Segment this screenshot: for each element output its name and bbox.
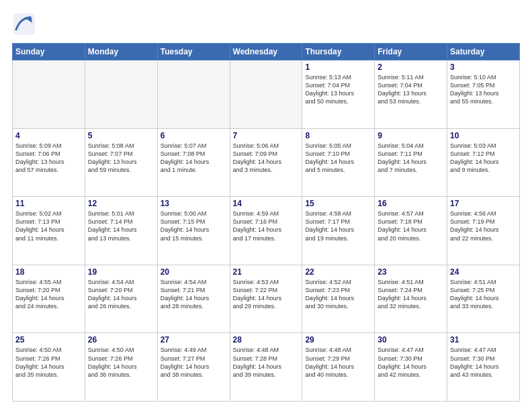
calendar-cell: 8Sunrise: 5:05 AM Sunset: 7:10 PM Daylig… <box>302 128 375 197</box>
day-info: Sunrise: 5:09 AM Sunset: 7:06 PM Dayligh… <box>15 142 82 175</box>
logo <box>12 12 39 36</box>
day-info: Sunrise: 5:04 AM Sunset: 7:11 PM Dayligh… <box>378 142 444 175</box>
calendar-cell: 7Sunrise: 5:06 AM Sunset: 7:09 PM Daylig… <box>230 128 302 197</box>
day-info: Sunrise: 5:00 AM Sunset: 7:15 PM Dayligh… <box>161 210 227 242</box>
day-number: 4 <box>15 131 82 140</box>
day-number: 5 <box>88 131 154 140</box>
day-info: Sunrise: 5:08 AM Sunset: 7:07 PM Dayligh… <box>88 142 154 175</box>
calendar-week-row: 11Sunrise: 5:02 AM Sunset: 7:13 PM Dayli… <box>13 197 520 265</box>
calendar-cell: 26Sunrise: 4:50 AM Sunset: 7:26 PM Dayli… <box>85 333 157 402</box>
calendar-cell: 18Sunrise: 4:55 AM Sunset: 7:20 PM Dayli… <box>13 265 85 333</box>
weekday-header-sunday: Sunday <box>13 44 85 60</box>
day-info: Sunrise: 5:11 AM Sunset: 7:04 PM Dayligh… <box>378 73 444 106</box>
day-number: 22 <box>305 267 371 277</box>
day-number: 24 <box>450 267 517 277</box>
calendar-header-row: SundayMondayTuesdayWednesdayThursdayFrid… <box>13 44 520 60</box>
day-info: Sunrise: 4:56 AM Sunset: 7:19 PM Dayligh… <box>450 210 517 242</box>
day-number: 9 <box>378 131 444 140</box>
day-info: Sunrise: 4:51 AM Sunset: 7:25 PM Dayligh… <box>450 278 517 311</box>
day-number: 2 <box>378 62 444 72</box>
calendar-cell: 6Sunrise: 5:07 AM Sunset: 7:08 PM Daylig… <box>157 128 230 197</box>
day-number: 3 <box>450 62 517 72</box>
day-info: Sunrise: 5:01 AM Sunset: 7:14 PM Dayligh… <box>88 210 154 242</box>
calendar-cell: 23Sunrise: 4:51 AM Sunset: 7:24 PM Dayli… <box>375 265 447 333</box>
calendar-cell <box>85 60 157 129</box>
day-number: 13 <box>161 199 227 208</box>
calendar-cell: 2Sunrise: 5:11 AM Sunset: 7:04 PM Daylig… <box>375 60 447 129</box>
day-info: Sunrise: 4:47 AM Sunset: 7:30 PM Dayligh… <box>378 346 444 379</box>
calendar-cell <box>157 60 230 129</box>
calendar-cell: 10Sunrise: 5:03 AM Sunset: 7:12 PM Dayli… <box>447 128 520 197</box>
calendar-cell: 28Sunrise: 4:48 AM Sunset: 7:28 PM Dayli… <box>230 333 302 402</box>
weekday-header-wednesday: Wednesday <box>230 44 302 60</box>
calendar-week-row: 1Sunrise: 5:13 AM Sunset: 7:04 PM Daylig… <box>13 60 520 129</box>
day-info: Sunrise: 5:06 AM Sunset: 7:09 PM Dayligh… <box>233 142 300 175</box>
day-number: 15 <box>305 199 371 208</box>
day-info: Sunrise: 4:50 AM Sunset: 7:26 PM Dayligh… <box>88 346 154 379</box>
calendar-cell: 31Sunrise: 4:47 AM Sunset: 7:30 PM Dayli… <box>447 333 520 402</box>
calendar-cell: 3Sunrise: 5:10 AM Sunset: 7:05 PM Daylig… <box>447 60 520 129</box>
day-number: 27 <box>161 335 227 345</box>
day-number: 8 <box>305 131 371 140</box>
calendar-cell: 30Sunrise: 4:47 AM Sunset: 7:30 PM Dayli… <box>375 333 447 402</box>
page: SundayMondayTuesdayWednesdayThursdayFrid… <box>0 0 532 411</box>
day-number: 14 <box>233 199 300 208</box>
day-info: Sunrise: 5:07 AM Sunset: 7:08 PM Dayligh… <box>161 142 227 175</box>
day-number: 18 <box>15 267 82 277</box>
weekday-header-tuesday: Tuesday <box>157 44 230 60</box>
day-info: Sunrise: 4:59 AM Sunset: 7:16 PM Dayligh… <box>233 210 300 242</box>
day-info: Sunrise: 4:57 AM Sunset: 7:18 PM Dayligh… <box>378 210 444 242</box>
day-info: Sunrise: 4:53 AM Sunset: 7:22 PM Dayligh… <box>233 278 300 311</box>
day-number: 26 <box>88 335 154 345</box>
calendar-cell <box>13 60 85 129</box>
day-number: 28 <box>233 335 300 345</box>
day-info: Sunrise: 4:52 AM Sunset: 7:23 PM Dayligh… <box>305 278 371 311</box>
svg-rect-0 <box>13 13 35 35</box>
calendar-cell: 19Sunrise: 4:54 AM Sunset: 7:20 PM Dayli… <box>85 265 157 333</box>
calendar-cell: 1Sunrise: 5:13 AM Sunset: 7:04 PM Daylig… <box>302 60 375 129</box>
calendar-cell: 9Sunrise: 5:04 AM Sunset: 7:11 PM Daylig… <box>375 128 447 197</box>
calendar-cell: 11Sunrise: 5:02 AM Sunset: 7:13 PM Dayli… <box>13 197 85 265</box>
day-info: Sunrise: 4:54 AM Sunset: 7:20 PM Dayligh… <box>88 278 154 311</box>
logo-icon <box>12 12 36 36</box>
header <box>12 12 520 36</box>
day-number: 20 <box>161 267 227 277</box>
day-info: Sunrise: 4:54 AM Sunset: 7:21 PM Dayligh… <box>161 278 227 311</box>
day-info: Sunrise: 5:05 AM Sunset: 7:10 PM Dayligh… <box>305 142 371 175</box>
calendar-cell: 16Sunrise: 4:57 AM Sunset: 7:18 PM Dayli… <box>375 197 447 265</box>
calendar-week-row: 18Sunrise: 4:55 AM Sunset: 7:20 PM Dayli… <box>13 265 520 333</box>
day-info: Sunrise: 5:03 AM Sunset: 7:12 PM Dayligh… <box>450 142 517 175</box>
day-number: 30 <box>378 335 444 345</box>
calendar-cell: 4Sunrise: 5:09 AM Sunset: 7:06 PM Daylig… <box>13 128 85 197</box>
calendar-cell: 22Sunrise: 4:52 AM Sunset: 7:23 PM Dayli… <box>302 265 375 333</box>
day-number: 12 <box>88 199 154 208</box>
day-number: 1 <box>305 62 371 72</box>
calendar-cell: 20Sunrise: 4:54 AM Sunset: 7:21 PM Dayli… <box>157 265 230 333</box>
weekday-header-monday: Monday <box>85 44 157 60</box>
day-info: Sunrise: 4:49 AM Sunset: 7:27 PM Dayligh… <box>161 346 227 379</box>
day-number: 16 <box>378 199 444 208</box>
calendar-cell: 25Sunrise: 4:50 AM Sunset: 7:26 PM Dayli… <box>13 333 85 402</box>
calendar-cell <box>230 60 302 129</box>
day-number: 11 <box>15 199 82 208</box>
weekday-header-thursday: Thursday <box>302 44 375 60</box>
day-number: 31 <box>450 335 517 345</box>
day-info: Sunrise: 4:48 AM Sunset: 7:29 PM Dayligh… <box>305 346 371 379</box>
day-info: Sunrise: 5:13 AM Sunset: 7:04 PM Dayligh… <box>305 73 371 106</box>
calendar-week-row: 4Sunrise: 5:09 AM Sunset: 7:06 PM Daylig… <box>13 128 520 197</box>
day-info: Sunrise: 5:02 AM Sunset: 7:13 PM Dayligh… <box>15 210 82 242</box>
day-number: 6 <box>161 131 227 140</box>
day-number: 29 <box>305 335 371 345</box>
day-number: 23 <box>378 267 444 277</box>
day-number: 17 <box>450 199 517 208</box>
weekday-header-saturday: Saturday <box>447 44 520 60</box>
calendar-cell: 13Sunrise: 5:00 AM Sunset: 7:15 PM Dayli… <box>157 197 230 265</box>
calendar-cell: 15Sunrise: 4:58 AM Sunset: 7:17 PM Dayli… <box>302 197 375 265</box>
calendar-cell: 24Sunrise: 4:51 AM Sunset: 7:25 PM Dayli… <box>447 265 520 333</box>
calendar-cell: 5Sunrise: 5:08 AM Sunset: 7:07 PM Daylig… <box>85 128 157 197</box>
day-info: Sunrise: 4:55 AM Sunset: 7:20 PM Dayligh… <box>15 278 82 311</box>
calendar-cell: 17Sunrise: 4:56 AM Sunset: 7:19 PM Dayli… <box>447 197 520 265</box>
calendar-cell: 29Sunrise: 4:48 AM Sunset: 7:29 PM Dayli… <box>302 333 375 402</box>
calendar-table: SundayMondayTuesdayWednesdayThursdayFrid… <box>12 43 520 402</box>
calendar-cell: 14Sunrise: 4:59 AM Sunset: 7:16 PM Dayli… <box>230 197 302 265</box>
